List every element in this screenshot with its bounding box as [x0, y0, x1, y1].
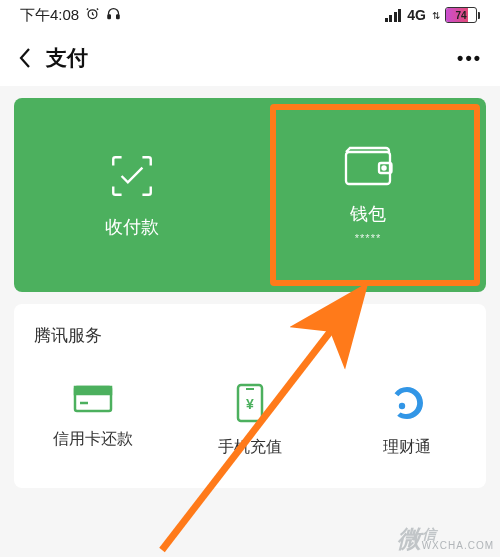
data-arrows-icon: ⇅ — [432, 10, 439, 21]
payment-card: 收付款 钱包 ***** — [14, 98, 486, 292]
svg-text:¥: ¥ — [246, 396, 254, 412]
svg-rect-1 — [108, 15, 111, 19]
alarm-icon — [85, 6, 100, 24]
services-heading: 腾讯服务 — [14, 304, 486, 383]
tutorial-highlight — [270, 104, 480, 286]
credit-card-icon — [73, 383, 113, 419]
service-wealth[interactable]: 理财通 — [329, 383, 486, 488]
pay-receive-button[interactable]: 收付款 — [14, 98, 250, 292]
service-label: 信用卡还款 — [53, 429, 133, 450]
service-label: 手机充值 — [218, 437, 282, 458]
svg-rect-2 — [117, 15, 120, 19]
service-mobile-topup[interactable]: ¥ 手机充值 — [171, 383, 328, 488]
service-credit-card[interactable]: 信用卡还款 — [14, 383, 171, 488]
status-bar: 下午4:08 4G ⇅ 74 — [0, 0, 500, 30]
battery-icon: 74 — [445, 7, 480, 23]
watermark: 微 信 WXCHA.COM — [397, 523, 494, 555]
page-header: 支付 ••• — [0, 30, 500, 86]
services-panel: 腾讯服务 信用卡还款 ¥ 手机充值 — [14, 304, 486, 488]
network-label: 4G — [407, 7, 426, 23]
statusbar-time: 下午4:08 — [20, 6, 79, 25]
page-title: 支付 — [46, 44, 88, 72]
watermark-url: WXCHA.COM — [422, 541, 494, 551]
watermark-brand: 微 — [397, 523, 420, 555]
wealth-icon — [387, 383, 427, 427]
qr-scan-icon — [107, 151, 157, 205]
headphones-icon — [106, 6, 121, 24]
pay-receive-label: 收付款 — [105, 215, 159, 239]
signal-strength-icon — [385, 9, 402, 22]
mobile-topup-icon: ¥ — [236, 383, 264, 427]
back-icon[interactable] — [18, 47, 32, 69]
more-icon[interactable]: ••• — [457, 48, 482, 69]
battery-percent: 74 — [446, 10, 476, 21]
service-label: 理财通 — [383, 437, 431, 458]
svg-point-10 — [399, 403, 405, 409]
svg-rect-7 — [75, 387, 111, 394]
